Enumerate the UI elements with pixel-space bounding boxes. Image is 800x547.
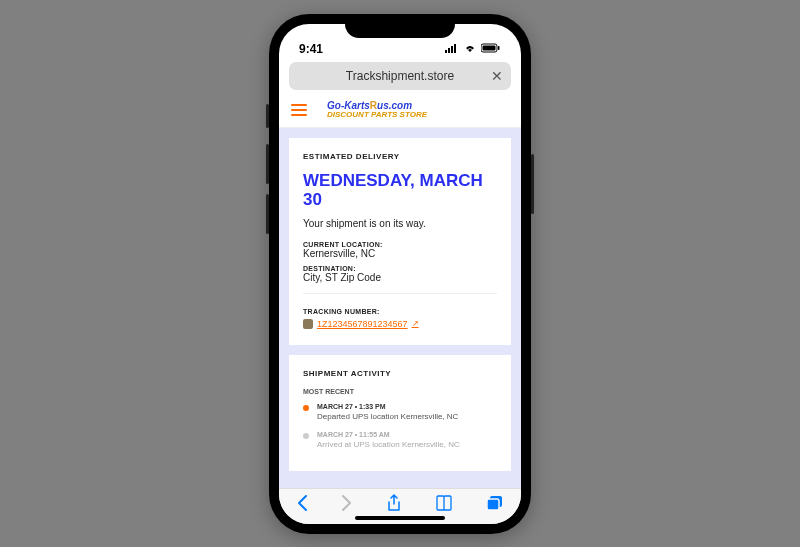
carrier-badge-icon — [303, 319, 313, 329]
shipment-activity-card: SHIPMENT ACTIVITY MOST RECENT MARCH 27 •… — [289, 355, 511, 471]
shipment-activity-label: SHIPMENT ACTIVITY — [303, 369, 497, 378]
tracking-number-label: TRACKING NUMBER: — [303, 308, 497, 315]
tracking-page: ESTIMATED DELIVERY WEDNESDAY, MARCH 30 Y… — [279, 128, 521, 488]
svg-rect-1 — [448, 48, 450, 53]
forward-icon[interactable] — [341, 494, 353, 516]
tracking-number-value: 1Z1234567891234567 — [317, 319, 408, 329]
delivery-date: WEDNESDAY, MARCH 30 — [303, 171, 497, 210]
destination-label: DESTINATION: — [303, 265, 497, 272]
svg-rect-0 — [445, 50, 447, 53]
activity-dot-active-icon — [303, 405, 309, 411]
status-time: 9:41 — [299, 42, 323, 56]
tracking-number-link[interactable]: 1Z1234567891234567 ↗ — [303, 319, 419, 329]
url-text: Trackshipment.store — [346, 69, 454, 83]
activity-time: MARCH 27 • 1:33 PM — [317, 403, 458, 410]
activity-time: MARCH 27 • 11:55 AM — [317, 431, 460, 438]
activity-desc: Departed UPS location Kernersville, NC — [317, 412, 458, 421]
share-icon[interactable] — [386, 494, 402, 516]
back-icon[interactable] — [296, 494, 308, 516]
cellular-icon — [445, 42, 459, 56]
volume-down — [266, 194, 269, 234]
site-header: Go-KartsRus.com DISCOUNT PARTS STORE — [279, 94, 521, 128]
bookmarks-icon[interactable] — [435, 495, 453, 515]
svg-rect-3 — [454, 44, 456, 53]
activity-desc: Arrived at UPS location Kernersville, NC — [317, 440, 460, 449]
power-button — [531, 154, 534, 214]
activity-dot-inactive-icon — [303, 433, 309, 439]
svg-rect-5 — [483, 45, 496, 50]
home-indicator[interactable] — [355, 516, 445, 520]
estimated-delivery-label: ESTIMATED DELIVERY — [303, 152, 497, 161]
tabs-icon[interactable] — [486, 495, 504, 515]
ios-status-bar: 9:41 — [279, 24, 521, 58]
silent-switch — [266, 104, 269, 128]
svg-rect-6 — [498, 46, 500, 50]
svg-rect-2 — [451, 46, 453, 53]
activity-item: MARCH 27 • 11:55 AM Arrived at UPS locat… — [303, 431, 497, 449]
tracking-number-row: TRACKING NUMBER: 1Z1234567891234567 ↗ — [303, 293, 497, 333]
wifi-icon — [463, 42, 477, 56]
external-link-icon: ↗ — [412, 319, 419, 328]
site-logo[interactable]: Go-KartsRus.com DISCOUNT PARTS STORE — [327, 101, 427, 119]
destination-value: City, ST Zip Code — [303, 272, 497, 283]
screen: 9:41 Trackshipment.store ✕ — [279, 24, 521, 524]
estimated-delivery-card: ESTIMATED DELIVERY WEDNESDAY, MARCH 30 Y… — [289, 138, 511, 345]
hamburger-menu-icon[interactable] — [291, 104, 307, 116]
shipment-status: Your shipment is on its way. — [303, 218, 497, 229]
current-location-label: CURRENT LOCATION: — [303, 241, 497, 248]
phone-frame: 9:41 Trackshipment.store ✕ — [269, 14, 531, 534]
volume-up — [266, 144, 269, 184]
svg-rect-8 — [487, 499, 499, 510]
status-indicators — [445, 42, 501, 56]
close-icon[interactable]: ✕ — [491, 68, 503, 84]
most-recent-label: MOST RECENT — [303, 388, 497, 395]
activity-item: MARCH 27 • 1:33 PM Departed UPS location… — [303, 403, 497, 421]
current-location-value: Kernersville, NC — [303, 248, 497, 259]
webpage-content: Go-KartsRus.com DISCOUNT PARTS STORE EST… — [279, 94, 521, 488]
browser-url-bar[interactable]: Trackshipment.store ✕ — [289, 62, 511, 90]
battery-icon — [481, 42, 501, 56]
